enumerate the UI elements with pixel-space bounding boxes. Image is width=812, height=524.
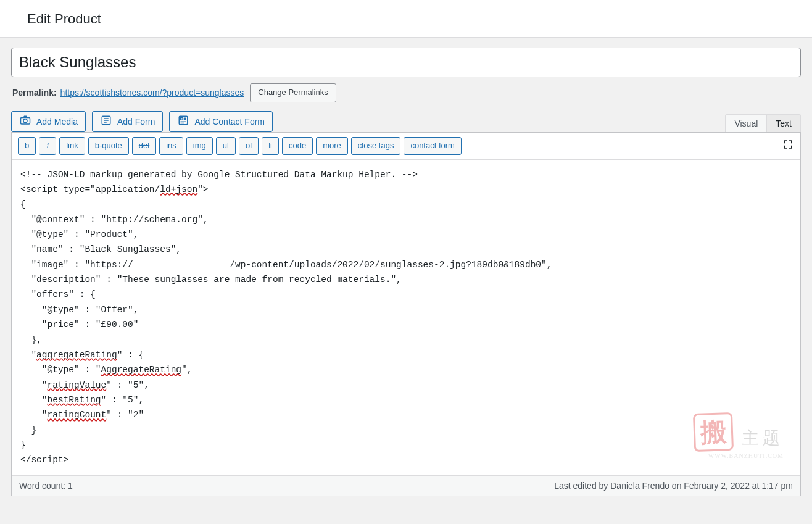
tab-text[interactable]: Text — [767, 114, 801, 132]
page-header: Edit Product — [0, 0, 812, 38]
qt-more-button[interactable]: more — [316, 137, 348, 155]
camera-icon — [19, 115, 31, 128]
add-media-label: Add Media — [36, 117, 78, 127]
status-bar: Word count: 1 Last edited by Daniela Fre… — [12, 475, 800, 496]
qt-li-button[interactable]: li — [262, 137, 279, 155]
quicktags-buttons: b i link b-quote del ins img ul ol li co… — [18, 137, 462, 155]
qt-ol-button[interactable]: ol — [239, 137, 259, 155]
change-permalinks-button[interactable]: Change Permalinks — [250, 83, 336, 102]
permalink-label: Permalink: — [12, 88, 57, 98]
svg-point-1 — [23, 119, 27, 123]
qt-ins-button[interactable]: ins — [159, 137, 183, 155]
content-textarea[interactable]: <!-- JSON-LD markup generated by Google … — [12, 160, 800, 475]
media-toolbar-row: Add Media Add Form Add Contact Form Visu… — [11, 111, 801, 132]
permalink-url-link[interactable]: https://scottishstones.com/?product=sung… — [60, 88, 244, 98]
fullscreen-icon[interactable] — [782, 138, 794, 153]
last-edited: Last edited by Daniela Frendo on Februar… — [554, 481, 793, 491]
editor-content: Permalink: https://scottishstones.com/?p… — [0, 38, 812, 496]
qt-bold-button[interactable]: b — [18, 137, 36, 155]
post-title-input[interactable] — [11, 48, 801, 77]
add-contact-form-button[interactable]: Add Contact Form — [169, 111, 273, 132]
quicktags-bar: b i link b-quote del ins img ul ol li co… — [12, 133, 800, 160]
add-media-button[interactable]: Add Media — [11, 111, 86, 132]
qt-contactform-button[interactable]: contact form — [404, 137, 462, 155]
qt-italic-button[interactable]: i — [39, 137, 56, 155]
svg-rect-7 — [181, 118, 183, 120]
media-buttons: Add Media Add Form Add Contact Form — [11, 111, 273, 132]
contact-form-icon — [177, 115, 189, 128]
permalink-row: Permalink: https://scottishstones.com/?p… — [11, 77, 801, 111]
qt-del-button[interactable]: del — [132, 137, 156, 155]
page-title: Edit Product — [27, 11, 785, 27]
qt-code-button[interactable]: code — [282, 137, 313, 155]
editor-box: b i link b-quote del ins img ul ol li co… — [11, 132, 801, 496]
word-count: Word count: 1 — [19, 481, 73, 491]
add-form-button[interactable]: Add Form — [92, 111, 163, 132]
qt-img-button[interactable]: img — [186, 137, 213, 155]
editor-tabs: Visual Text — [725, 114, 801, 132]
qt-bquote-button[interactable]: b-quote — [88, 137, 129, 155]
tab-visual[interactable]: Visual — [725, 114, 767, 132]
qt-ul-button[interactable]: ul — [216, 137, 236, 155]
qt-link-button[interactable]: link — [59, 137, 85, 155]
form-icon — [100, 115, 112, 128]
qt-closetags-button[interactable]: close tags — [351, 137, 401, 155]
add-form-label: Add Form — [117, 117, 155, 127]
add-contact-form-label: Add Contact Form — [194, 117, 265, 127]
